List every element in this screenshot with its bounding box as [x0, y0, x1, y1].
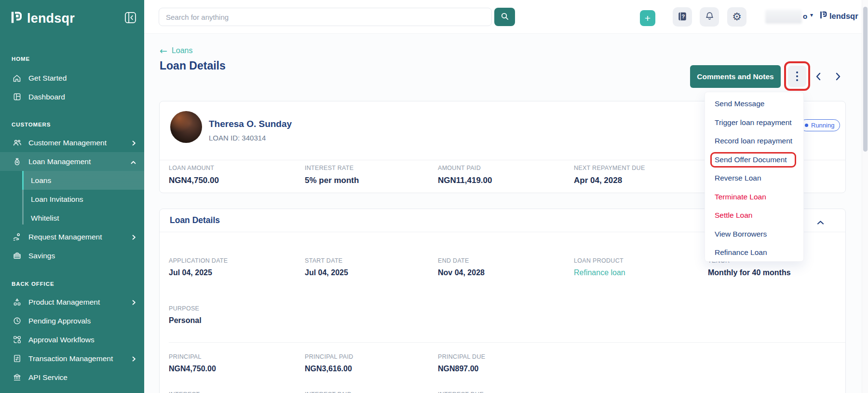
sidebar-item-label: Request Management — [28, 233, 102, 241]
vertical-scrollbar[interactable] — [862, 0, 868, 393]
user-name-redacted[interactable] — [765, 10, 802, 24]
sidebar-item-label: Product Management — [28, 298, 100, 307]
sidebar-logo: lendsqr — [0, 0, 144, 27]
client-avatar — [170, 111, 202, 143]
search-input[interactable] — [159, 8, 492, 26]
back-arrow-icon: ← — [160, 45, 167, 56]
lendsqr-logo-icon — [11, 11, 22, 26]
help-docs-icon: ? — [677, 11, 688, 23]
menu-item-trigger-loan-repayment[interactable]: Trigger loan repayment — [705, 113, 803, 132]
chevron-up-icon — [130, 158, 136, 167]
users-icon — [12, 138, 22, 148]
field-interest-paid: INTEREST PAID — [305, 391, 438, 393]
menu-item-settle-loan[interactable]: Settle Loan — [705, 206, 803, 225]
field-start-date: START DATE Jul 04, 2025 — [305, 257, 438, 277]
sidebar-item-label: Loan Management — [28, 157, 91, 166]
previous-loan-chevron[interactable] — [814, 72, 822, 83]
sidebar-item-transaction-management[interactable]: Transaction Management — [0, 349, 144, 368]
lendsqr-logo-text: lendsqr — [27, 11, 75, 26]
next-loan-chevron[interactable] — [834, 72, 842, 83]
sidebar-item-label: Transaction Management — [28, 354, 113, 363]
user-name-suffix: o — [803, 12, 807, 20]
request-hand-icon — [12, 232, 22, 242]
sidebar-item-approval-workflows[interactable]: Approval Workflows — [0, 330, 144, 349]
comments-and-notes-button[interactable]: Comments and Notes — [690, 65, 781, 88]
menu-item-send-message[interactable]: Send Message — [705, 95, 803, 113]
loan-actions-menu: Send Message Trigger loan repayment Reco… — [705, 92, 804, 262]
sidebar-subitem-whitelist[interactable]: Whitelist — [0, 209, 144, 227]
breadcrumb-label: Loans — [172, 46, 193, 55]
notifications-button[interactable] — [700, 7, 719, 27]
workflow-icon — [12, 335, 22, 344]
sidebar-item-product-management[interactable]: Product Management — [0, 293, 144, 311]
user-menu-caret-icon[interactable]: ▾ — [810, 12, 813, 18]
stat-amount-paid: AMOUNT PAID NGN11,419.00 — [438, 165, 574, 185]
menu-item-record-loan-repayment[interactable]: Record loan repayment — [705, 132, 803, 151]
nav-section-back-office: BACK OFFICE — [0, 281, 144, 287]
menu-item-send-offer-document[interactable]: Send Offer Document — [705, 151, 803, 169]
stat-loan-amount: LOAN AMOUNT NGN4,750.00 — [169, 165, 305, 185]
loan-product-link[interactable]: Refinance loan — [574, 268, 708, 277]
sidebar-item-savings[interactable]: Savings — [0, 246, 144, 265]
menu-item-reverse-loan[interactable]: Reverse Loan — [705, 169, 803, 188]
chevron-right-icon — [131, 355, 136, 364]
bank-icon — [12, 373, 22, 382]
menu-item-refinance-loan[interactable]: Refinance Loan — [705, 243, 803, 262]
section-collapse-chevron[interactable] — [817, 217, 824, 227]
sidebar-item-label: Dashboard — [28, 93, 65, 101]
settings-button[interactable]: ⚙ — [727, 7, 746, 27]
field-row: INTEREST INTEREST PAID INTEREST DUE — [169, 391, 845, 393]
loan-id: LOAN ID: 340314 — [209, 134, 266, 142]
product-cluster-icon — [12, 297, 22, 307]
sidebar-item-label: Whitelist — [31, 214, 59, 223]
quick-add-button[interactable]: + — [640, 10, 655, 26]
sidebar-item-label: Approval Workflows — [28, 336, 95, 344]
sidebar-item-request-management[interactable]: Request Management — [0, 227, 144, 246]
sidebar-item-label: Customer Management — [28, 139, 107, 147]
sidebar-item-pending-approvals[interactable]: Pending Approvals — [0, 311, 144, 330]
scrollbar-thumb[interactable] — [863, 7, 868, 152]
field-interest: INTEREST — [169, 391, 305, 393]
stat-interest-rate: INTEREST RATE 5% per month — [305, 165, 438, 185]
sidebar-item-get-started[interactable]: Get Started — [0, 69, 144, 87]
client-name: Theresa O. Sunday — [209, 119, 292, 129]
menu-item-terminate-loan[interactable]: Terminate Loan — [705, 188, 803, 207]
field-row: PURPOSE Personal — [169, 305, 845, 325]
sidebar-item-api-service[interactable]: API Service — [0, 368, 144, 387]
page-title: Loan Details — [160, 59, 226, 72]
clock-icon — [12, 316, 22, 325]
sidebar-item-label: Pending Approvals — [28, 317, 91, 325]
status-badge: Running — [800, 119, 840, 131]
sidebar-subitem-loans[interactable]: Loans — [0, 171, 144, 190]
field-loan-product: LOAN PRODUCT Refinance loan — [574, 257, 708, 277]
sidebar-subitem-loan-invitations[interactable]: Loan Invitations — [0, 190, 144, 209]
loan-bag-icon — [12, 157, 22, 167]
sidebar-item-loan-management[interactable]: Loan Management — [0, 152, 144, 171]
status-label: Running — [811, 122, 834, 129]
more-actions-kebab-button[interactable] — [788, 66, 806, 87]
stat-next-repayment-due: NEXT REPAYMENT DUE Apr 04, 2028 — [574, 165, 708, 185]
search-button[interactable] — [494, 8, 515, 26]
nav-section-customers: CUSTOMERS — [0, 122, 144, 127]
field-principal: PRINCIPAL NGN4,750.00 — [169, 353, 305, 373]
section-title: Loan Details — [170, 215, 220, 225]
home-icon — [12, 73, 22, 83]
status-dot-icon — [805, 124, 808, 127]
sidebar-item-dashboard[interactable]: Dashboard — [0, 87, 144, 106]
chevron-right-icon — [131, 234, 136, 242]
sidebar-collapse-icon[interactable] — [124, 12, 136, 26]
main-content: ← Loans Loan Details Comments and Notes … — [144, 34, 868, 393]
sidebar-item-label: API Service — [28, 373, 68, 382]
field-end-date: END DATE Nov 04, 2028 — [438, 257, 574, 277]
sidebar-item-label: Get Started — [28, 74, 67, 83]
sidebar: lendsqr HOME Get Started Dashboard CUSTO… — [0, 0, 144, 393]
menu-item-view-borrowers[interactable]: View Borrowers — [705, 225, 803, 244]
help-docs-button[interactable]: ? — [673, 7, 692, 27]
breadcrumb[interactable]: ← Loans — [160, 45, 193, 56]
chevron-right-icon — [131, 299, 136, 308]
loan-details-body: APPLICATION DATE Jul 04, 2025 START DATE… — [160, 257, 845, 393]
sidebar-item-customer-management[interactable]: Customer Management — [0, 133, 144, 152]
sidebar-item-label: Loan Invitations — [31, 195, 83, 204]
chevron-right-icon — [131, 140, 136, 148]
section-divider — [169, 342, 845, 343]
